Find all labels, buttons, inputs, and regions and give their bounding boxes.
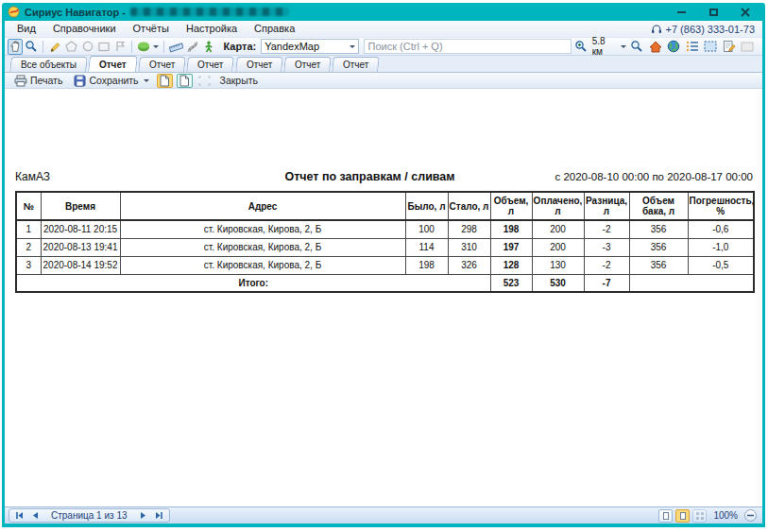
col-was: Было, л <box>405 192 448 220</box>
minus-icon <box>747 514 754 517</box>
window-content: Вид Справочники Отчёты Настройка Справка… <box>5 21 762 523</box>
layers-button[interactable] <box>136 39 160 55</box>
legend-list-button[interactable] <box>684 39 701 55</box>
route-button[interactable] <box>185 39 200 55</box>
rect-tool-button[interactable] <box>96 39 111 55</box>
scale-dropdown-caret-icon[interactable] <box>621 45 626 48</box>
totals-volume: 523 <box>490 274 532 292</box>
selection-rect-icon <box>704 41 717 52</box>
cell-paid: 200 <box>532 220 584 238</box>
globe-button[interactable] <box>665 39 682 55</box>
route-icon <box>186 41 199 53</box>
tab-report-3[interactable]: Отчет <box>186 57 234 72</box>
table-row: 3 2020-08-14 19:52 ст. Кировская, Кирова… <box>16 256 754 274</box>
menu-spravochniki[interactable]: Справочники <box>44 21 125 37</box>
fit-corners-icon <box>198 76 211 86</box>
menu-otchety[interactable]: Отчёты <box>125 21 178 37</box>
col-num: № <box>16 192 41 220</box>
menu-vid[interactable]: Вид <box>9 21 44 37</box>
prev-page-button[interactable] <box>27 509 43 522</box>
print-label: Печать <box>30 75 62 86</box>
redacted-title-text <box>130 8 289 16</box>
select-area-button[interactable] <box>702 39 719 55</box>
headset-icon <box>651 24 662 34</box>
report-period: с 2020-08-10 00:00 по 2020-08-17 00:00 <box>536 171 753 182</box>
maximize-button[interactable] <box>705 6 722 19</box>
tab-report-2[interactable]: Отчет <box>138 57 186 72</box>
last-page-button[interactable] <box>152 509 167 522</box>
page-width-toggle[interactable] <box>157 74 173 88</box>
cell-was: 100 <box>405 220 448 238</box>
polygon-tool-button[interactable] <box>64 39 79 55</box>
tab-report-active[interactable]: Отчет <box>88 56 138 72</box>
zoom-tool-button[interactable] <box>24 39 39 55</box>
titlebar: Сириус Навигатор - <box>2 3 765 21</box>
edit-note-button[interactable] <box>721 39 738 55</box>
cell-error: -0,5 <box>688 256 754 274</box>
window-controls <box>673 6 759 19</box>
minimize-button[interactable] <box>673 6 690 19</box>
report-toolbar: Печать Сохранить Закрыть <box>5 73 762 89</box>
cell-address: ст. Кировская, Кирова, 2, Б <box>120 220 405 238</box>
cell-address: ст. Кировская, Кирова, 2, Б <box>120 256 405 274</box>
totals-paid: 530 <box>532 274 584 292</box>
page-width-icon <box>680 512 686 520</box>
zoom-select-button[interactable] <box>628 39 645 55</box>
flag-tool-button[interactable] <box>112 39 128 55</box>
pan-tool-button[interactable] <box>8 39 23 55</box>
next-page-button[interactable] <box>136 509 151 522</box>
zoom-in-button[interactable] <box>572 39 589 55</box>
tab-report-6[interactable]: Отчет <box>333 57 381 72</box>
page-icon <box>179 75 190 87</box>
note-edit-icon <box>723 40 736 53</box>
print-button[interactable]: Печать <box>10 74 66 88</box>
cell-error: -0,6 <box>688 220 754 238</box>
rectangle-icon <box>98 42 110 52</box>
ruler-button[interactable] <box>168 39 184 55</box>
save-button[interactable]: Сохранить <box>70 74 152 88</box>
circle-tool-button[interactable] <box>80 39 95 55</box>
zoom-out-button[interactable] <box>744 509 757 522</box>
first-page-button[interactable] <box>11 509 26 522</box>
track-button[interactable] <box>201 39 216 55</box>
col-address: Адрес <box>120 192 405 220</box>
home-icon <box>649 41 662 53</box>
prev-page-icon <box>31 511 39 520</box>
cell-volume: 198 <box>490 220 532 238</box>
main-toolbar: Карта: YandexMap 5.8 км <box>5 38 762 56</box>
scale-value[interactable]: 5.8 км <box>592 36 617 57</box>
flag-icon <box>115 41 126 52</box>
totals-diff: -7 <box>584 274 629 292</box>
toolbar-separator <box>131 41 132 53</box>
whole-page-toggle[interactable] <box>177 74 193 88</box>
save-label: Сохранить <box>89 75 138 86</box>
close-report-button[interactable]: Закрыть <box>216 74 262 88</box>
polygon-icon <box>65 41 77 52</box>
tab-all-objects[interactable]: Все объекты <box>9 57 88 72</box>
cell-volume: 197 <box>490 238 532 256</box>
col-became: Стало, л <box>448 192 490 220</box>
multi-page-icon <box>696 512 704 520</box>
menu-nastroyka[interactable]: Настройка <box>178 21 246 37</box>
menu-spravka[interactable]: Справка <box>246 21 303 37</box>
single-page-view-button[interactable] <box>658 509 673 523</box>
toolbar-separator <box>43 41 43 53</box>
close-icon <box>741 8 750 17</box>
tab-report-5[interactable]: Отчет <box>283 57 332 72</box>
layers-icon <box>137 41 151 52</box>
cell-error: -1,0 <box>688 238 754 256</box>
home-button[interactable] <box>647 39 664 55</box>
close-button[interactable] <box>737 6 754 19</box>
minimize-icon <box>677 11 686 13</box>
draw-edit-button[interactable] <box>47 39 62 55</box>
walking-figure-icon <box>203 41 214 53</box>
tab-report-4[interactable]: Отчет <box>235 57 283 72</box>
cell-was: 198 <box>405 256 448 274</box>
map-select-value: YandexMap <box>265 41 319 52</box>
window-title: Сириус Навигатор - <box>25 7 126 18</box>
map-select[interactable]: YandexMap <box>261 39 358 54</box>
cell-tank: 356 <box>629 256 688 274</box>
page-width-view-button[interactable] <box>675 509 690 523</box>
search-input[interactable] <box>364 39 572 54</box>
save-dropdown-caret-icon[interactable] <box>144 79 149 82</box>
